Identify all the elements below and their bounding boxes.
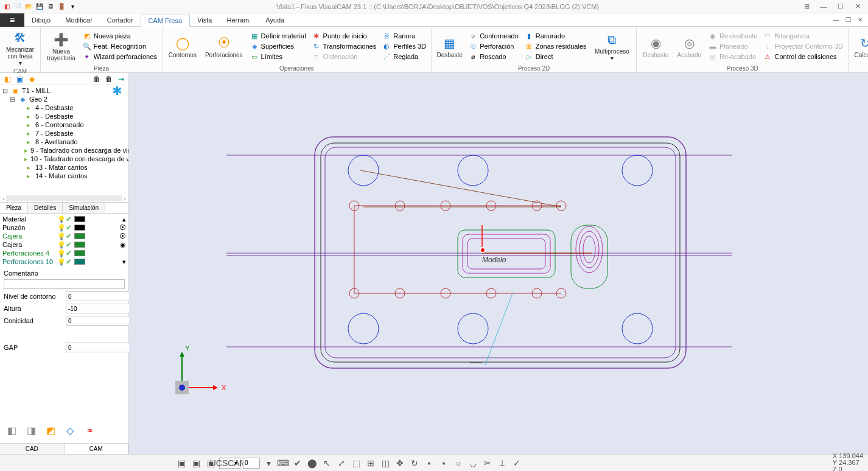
arc-tool-icon[interactable]: ◡ bbox=[467, 457, 479, 469]
doc-minimize-icon[interactable]: — bbox=[830, 16, 841, 24]
layer-row[interactable]: Material💡✔▴ bbox=[2, 215, 126, 223]
tab-detalles[interactable]: Detalles bbox=[28, 203, 63, 213]
control-colisiones-button[interactable]: ⚠Control de colisiones bbox=[761, 52, 845, 61]
tree-op[interactable]: ▸13 - Matar cantos bbox=[0, 163, 128, 172]
mecanizar-con-fresa-button[interactable]: 🛠 Mecanizar con fresa ▾ bbox=[2, 28, 38, 68]
tab-herram[interactable]: Herram. bbox=[220, 15, 259, 26]
tab-dibujo[interactable]: Dibujo bbox=[24, 15, 58, 26]
zonas-residuales-button[interactable]: ⊞Zonas residuales bbox=[522, 41, 589, 51]
tab-cam-fresa[interactable]: CAM Fresa bbox=[141, 15, 191, 27]
acabado-button[interactable]: ◎ Acabado bbox=[674, 28, 705, 65]
ucs-value-input[interactable] bbox=[243, 458, 260, 469]
tree-op[interactable]: ▸4 - Desbaste bbox=[0, 103, 128, 112]
maximize-button[interactable]: ☐ bbox=[833, 1, 849, 12]
doc-close-icon[interactable]: ✕ bbox=[855, 16, 866, 24]
doc-restore-icon[interactable]: ❐ bbox=[842, 16, 853, 24]
perfiles-3d-button[interactable]: ◐Perfiles 3D bbox=[380, 41, 429, 51]
layer-row[interactable]: Cajera💡✔⦿ bbox=[2, 232, 126, 240]
view-wire-icon[interactable]: ◇ bbox=[62, 424, 78, 437]
nueva-pieza-button[interactable]: ◩Nueva pieza bbox=[80, 31, 159, 41]
re-desbaste-button[interactable]: ◉Re-desbaste bbox=[706, 31, 760, 41]
tree-op[interactable]: ▸9 - Taladrado con descarga de virut bbox=[0, 146, 128, 155]
comentario-input[interactable] bbox=[4, 279, 125, 289]
view-shaded-icon[interactable]: ◨ bbox=[23, 424, 39, 437]
layer-row[interactable]: Cajera💡✔◉ bbox=[2, 240, 126, 249]
tree-op[interactable]: ▸7 - Desbaste bbox=[0, 129, 128, 138]
ordenacion-button[interactable]: ≡Ordenación bbox=[310, 52, 379, 61]
view-teal-icon[interactable]: ▪ bbox=[438, 457, 450, 469]
perforaciones-button[interactable]: ⦿ Perforaciones bbox=[201, 28, 247, 65]
import-icon[interactable]: ⇥ bbox=[116, 74, 126, 84]
snap1-icon[interactable]: ▣ bbox=[175, 457, 187, 469]
view-blue-icon[interactable]: ▪ bbox=[423, 457, 435, 469]
tree-op[interactable]: ▸10 - Taladrado con descarga de viru bbox=[0, 155, 128, 163]
zoom-window-icon[interactable]: ⬚ bbox=[350, 457, 362, 469]
direct-button[interactable]: ▷Direct bbox=[522, 52, 589, 61]
tab-cortador[interactable]: Cortador bbox=[100, 15, 141, 26]
app-icon[interactable]: ◧ bbox=[2, 2, 11, 11]
zoom-fit-icon[interactable]: ⤢ bbox=[335, 457, 348, 469]
circle-tool-icon[interactable]: ○ bbox=[452, 457, 464, 469]
view-solid-icon[interactable]: ◩ bbox=[43, 424, 58, 437]
contorneado-button[interactable]: ○Contorneado bbox=[466, 31, 521, 41]
grid-icon[interactable]: ⊞ bbox=[365, 457, 377, 469]
application-menu-button[interactable]: ≡ bbox=[0, 13, 24, 27]
qat-exit-icon[interactable]: 🚪 bbox=[57, 2, 66, 11]
tree-op[interactable]: ▸5 - Desbaste bbox=[0, 112, 128, 120]
definir-material-button[interactable]: ▦Definir material bbox=[248, 31, 309, 41]
planeado-button[interactable]: ▬Planeado bbox=[706, 41, 760, 51]
check2-icon[interactable]: ✓ bbox=[511, 457, 523, 469]
contornos-button[interactable]: ◯ Contornos bbox=[165, 28, 200, 65]
desbaste-3d-button[interactable]: ◉ Desbaste bbox=[639, 28, 672, 65]
tree-root[interactable]: ⊟▣T1 - MILL✱ bbox=[0, 86, 128, 95]
transformaciones-button[interactable]: ↻Transformaciones bbox=[310, 41, 379, 51]
minimize-button[interactable]: — bbox=[816, 1, 831, 12]
tree-geo[interactable]: ⊟◈Geo 2 bbox=[0, 95, 128, 103]
cut-tool-icon[interactable]: ✂ bbox=[481, 457, 494, 469]
settings-icon[interactable]: ⊞ bbox=[799, 1, 814, 12]
mode-cam-tab[interactable]: CAM bbox=[65, 444, 129, 454]
limites-button[interactable]: ▭Límites bbox=[248, 52, 309, 61]
bitangencia-button[interactable]: ◠Bitangencia bbox=[761, 31, 845, 41]
trash2-icon[interactable]: 🗑 bbox=[104, 74, 114, 84]
roscado-button[interactable]: ⌀Roscado bbox=[466, 52, 521, 61]
qat-save-icon[interactable]: 💾 bbox=[35, 2, 44, 11]
tree-op[interactable]: ▸14 - Matar cantos bbox=[0, 172, 128, 180]
view-iso-icon[interactable]: ◧ bbox=[4, 424, 19, 437]
ranura-button[interactable]: ⎘Ranura bbox=[380, 31, 429, 41]
tab-simulacion[interactable]: Simulación bbox=[63, 203, 105, 213]
cursor-icon[interactable]: ↖ bbox=[321, 457, 333, 469]
qat-dropdown-icon[interactable]: ▾ bbox=[68, 2, 77, 11]
tool-icon-2[interactable]: ▣ bbox=[15, 74, 24, 84]
tool-icon-3[interactable]: ◆ bbox=[27, 74, 37, 84]
feat-recognition-button[interactable]: 🔍Feat. Recognition bbox=[80, 41, 159, 51]
layer-row[interactable]: Punzón💡✔⦿ bbox=[2, 223, 126, 232]
tab-vista[interactable]: Vista bbox=[190, 15, 219, 26]
desbaste-2d-button[interactable]: ▦ Desbaste bbox=[434, 28, 465, 65]
wizard-perforaciones-button[interactable]: ✦Wizard perforaciones bbox=[80, 52, 159, 61]
trash-icon[interactable]: 🗑 bbox=[92, 74, 102, 84]
qat-monitor-icon[interactable]: 🖥 bbox=[46, 2, 55, 11]
view-link-icon[interactable]: ⚭ bbox=[82, 424, 97, 437]
layer-row[interactable]: Perforaciones 10💡✔▾ bbox=[2, 257, 126, 266]
perp-icon[interactable]: ⊥ bbox=[496, 457, 508, 469]
operation-tree[interactable]: ⊟▣T1 - MILL✱ ⊟◈Geo 2 ▸4 - Desbaste ▸5 - … bbox=[0, 85, 128, 195]
re-acabado-button[interactable]: ◎Re-acabado bbox=[706, 52, 760, 61]
ranurado-button[interactable]: ▮Ranurado bbox=[522, 31, 589, 41]
tab-pieza[interactable]: Pieza bbox=[0, 203, 28, 213]
pan-icon[interactable]: ✥ bbox=[394, 457, 406, 469]
ucs-select[interactable]: UCSCAM ▾ bbox=[219, 458, 240, 469]
tab-ayuda[interactable]: Ayuda bbox=[258, 15, 292, 26]
perforacion-button[interactable]: ⦾Perforación bbox=[466, 41, 521, 51]
superficies-button[interactable]: ◈Superficies bbox=[248, 41, 309, 51]
snap2-icon[interactable]: ▣ bbox=[190, 457, 202, 469]
close-button[interactable]: ✕ bbox=[850, 1, 866, 12]
keyboard-icon[interactable]: ⌨ bbox=[277, 457, 289, 469]
proyectar-contorno-button[interactable]: ↓Proyectar Contorno 3D bbox=[761, 41, 845, 51]
layer-icon[interactable]: ◫ bbox=[379, 457, 391, 469]
viewport[interactable]: Modelo X Y bbox=[129, 73, 868, 454]
multiproceso-button[interactable]: ⧉ Multiproceso ▾ bbox=[590, 28, 634, 65]
orbit-icon[interactable]: ↻ bbox=[408, 457, 421, 469]
calcular-button[interactable]: ↻ Calcular bbox=[851, 28, 868, 65]
status-dropdown-icon[interactable]: ▾ bbox=[262, 457, 275, 469]
